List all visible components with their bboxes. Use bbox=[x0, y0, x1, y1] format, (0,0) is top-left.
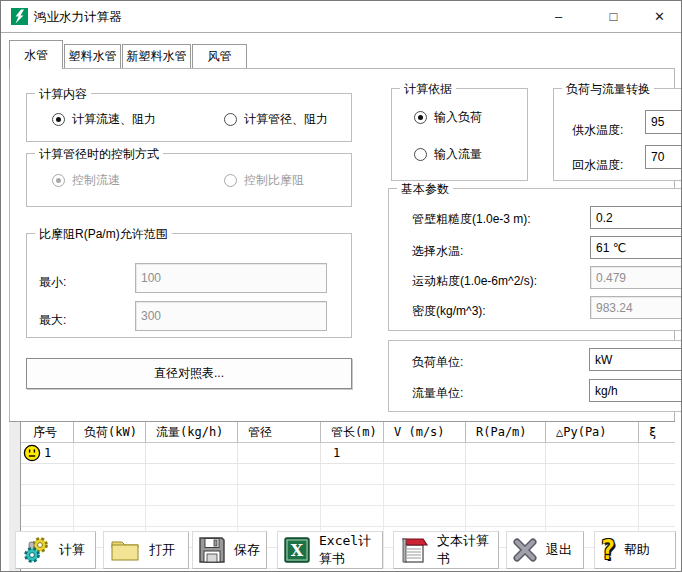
cell-xi bbox=[639, 443, 675, 464]
roughness-input[interactable] bbox=[590, 206, 682, 229]
water-temp-input[interactable] bbox=[590, 236, 682, 259]
group-friction-range: 比摩阻R(Pa/m)允许范围 最小: 最大: bbox=[26, 233, 352, 338]
exit-icon bbox=[512, 537, 538, 563]
tab-plastic-pipe[interactable]: 塑料水管 bbox=[64, 44, 121, 68]
density-label: 密度(kg/m^3): bbox=[412, 303, 486, 320]
table-empty-cell bbox=[546, 485, 639, 506]
load-unit-label: 负荷单位: bbox=[412, 354, 463, 371]
col-header-r: R(Pa/m) bbox=[466, 422, 546, 443]
radio-input-load[interactable]: 输入负荷 bbox=[414, 109, 482, 126]
tab-new-plastic-pipe[interactable]: 新塑料水管 bbox=[122, 44, 191, 68]
cell-flow bbox=[146, 443, 238, 464]
group-calc-content-title: 计算内容 bbox=[35, 86, 91, 103]
table-row[interactable]: 1 1 bbox=[21, 443, 675, 464]
load-unit-input[interactable] bbox=[589, 348, 682, 371]
cell-seq: 1 bbox=[21, 443, 74, 464]
col-header-load: 负荷(kW) bbox=[74, 422, 146, 443]
viscosity-input bbox=[590, 266, 682, 289]
max-label: 最大: bbox=[39, 312, 66, 329]
table-empty-cell bbox=[74, 464, 146, 485]
col-header-diameter: 管径 bbox=[238, 422, 321, 443]
toolbar-label: 打开 bbox=[149, 541, 175, 559]
maximize-button[interactable]: □ bbox=[591, 1, 636, 31]
radio-label: 计算管径、阻力 bbox=[244, 111, 328, 128]
radio-dot-icon bbox=[52, 113, 65, 126]
table-empty-cell bbox=[146, 485, 238, 506]
tab-air-duct[interactable]: 风管 bbox=[192, 44, 247, 68]
gears-icon bbox=[21, 535, 51, 565]
group-basic-params-title: 基本参数 bbox=[397, 181, 453, 198]
toolbar-label: Excel计算书 bbox=[319, 532, 382, 568]
radio-calc-diameter[interactable]: 计算管径、阻力 bbox=[224, 111, 328, 128]
table-empty-cell bbox=[146, 506, 238, 527]
group-friction-range-title: 比摩阻R(Pa/m)允许范围 bbox=[35, 226, 172, 243]
save-button[interactable]: 保存 bbox=[192, 531, 267, 569]
group-control-mode-title: 计算管径时的控制方式 bbox=[35, 146, 163, 163]
table-empty-cell bbox=[238, 464, 321, 485]
tab-water-pipe[interactable]: 水管 bbox=[9, 40, 63, 69]
help-icon: ? bbox=[600, 537, 616, 563]
return-temp-input[interactable] bbox=[645, 145, 682, 169]
open-button[interactable]: 打开 bbox=[103, 531, 189, 569]
radio-dot-icon bbox=[414, 148, 427, 161]
excel-report-button[interactable]: X Excel计算书 bbox=[277, 531, 383, 569]
table-empty-cell bbox=[384, 464, 466, 485]
help-button[interactable]: ? 帮助 bbox=[594, 531, 676, 569]
toolbar-label: 文本计算书 bbox=[437, 532, 498, 568]
min-input bbox=[135, 263, 327, 293]
radio-dot-icon bbox=[224, 113, 237, 126]
table-empty-cell bbox=[21, 506, 74, 527]
table-empty-cell bbox=[146, 464, 238, 485]
supply-temp-label: 供水温度: bbox=[572, 122, 623, 139]
calculate-button[interactable]: 计算 bbox=[15, 531, 96, 569]
col-header-seq: 序号 bbox=[21, 422, 74, 443]
app-logo-icon bbox=[11, 8, 28, 25]
toolbar-label: 计算 bbox=[59, 541, 85, 559]
col-header-xi: ξ bbox=[639, 422, 675, 443]
radio-label: 输入流量 bbox=[434, 146, 482, 163]
group-basic-params: 基本参数 管壁粗糙度(1.0e-3 m): 选择水温: 运动粘度(1.0e-6m… bbox=[388, 188, 682, 331]
radio-dot-icon bbox=[224, 174, 237, 187]
cell-diameter bbox=[238, 443, 321, 464]
group-calc-basis: 计算依据 输入负荷 输入流量 bbox=[391, 88, 528, 181]
table-header-row: 序号 负荷(kW) 流量(kg/h) 管径 管长(m) V (m/s) R(Pa… bbox=[21, 422, 675, 443]
table-empty-cell bbox=[466, 464, 546, 485]
smiley-icon bbox=[23, 444, 41, 462]
col-header-dpy: △Py(Pa) bbox=[546, 422, 639, 443]
radio-dot-icon bbox=[52, 174, 65, 187]
group-units: 负荷单位: 流量单位: bbox=[388, 340, 682, 412]
minimize-button[interactable]: – bbox=[536, 1, 581, 31]
max-input bbox=[135, 301, 327, 331]
svg-text:X: X bbox=[291, 541, 304, 560]
app-window: 鸿业水力计算器 – □ ✕ 水管 塑料水管 新塑料水管 风管 计算内容 计算流速… bbox=[0, 0, 682, 572]
supply-temp-input[interactable] bbox=[645, 110, 682, 134]
text-report-button[interactable]: 文本计算书 bbox=[393, 531, 499, 569]
table-empty-cell bbox=[639, 464, 675, 485]
density-input bbox=[590, 296, 682, 319]
col-header-flow: 流量(kg/h) bbox=[146, 422, 238, 443]
cell-dpy bbox=[546, 443, 639, 464]
table-empty-cell bbox=[384, 506, 466, 527]
text-notebook-icon bbox=[399, 535, 429, 565]
table-empty-cell bbox=[546, 464, 639, 485]
exit-button[interactable]: 退出 bbox=[506, 531, 584, 569]
col-header-length: 管长(m) bbox=[321, 422, 384, 443]
cell-length: 1 bbox=[321, 443, 384, 464]
diameter-table-button[interactable]: 直径对照表... bbox=[26, 358, 352, 389]
radio-input-flow[interactable]: 输入流量 bbox=[414, 146, 482, 163]
table-empty-cell bbox=[384, 485, 466, 506]
radio-calc-velocity[interactable]: 计算流速、阻力 bbox=[52, 111, 156, 128]
radio-control-velocity: 控制流速 bbox=[52, 172, 120, 189]
table-empty-row bbox=[21, 485, 675, 506]
close-button[interactable]: ✕ bbox=[637, 1, 682, 31]
return-temp-label: 回水温度: bbox=[572, 157, 623, 174]
roughness-label: 管壁粗糙度(1.0e-3 m): bbox=[412, 211, 531, 228]
water-temp-label: 选择水温: bbox=[412, 243, 463, 260]
radio-label: 控制比摩阻 bbox=[244, 172, 304, 189]
group-control-mode: 计算管径时的控制方式 控制流速 控制比摩阻 bbox=[26, 153, 352, 207]
open-folder-icon bbox=[109, 536, 141, 564]
table-empty-row bbox=[21, 506, 675, 527]
flow-unit-input[interactable] bbox=[589, 379, 682, 402]
table-empty-row bbox=[21, 464, 675, 485]
toolbar-label: 保存 bbox=[234, 541, 260, 559]
